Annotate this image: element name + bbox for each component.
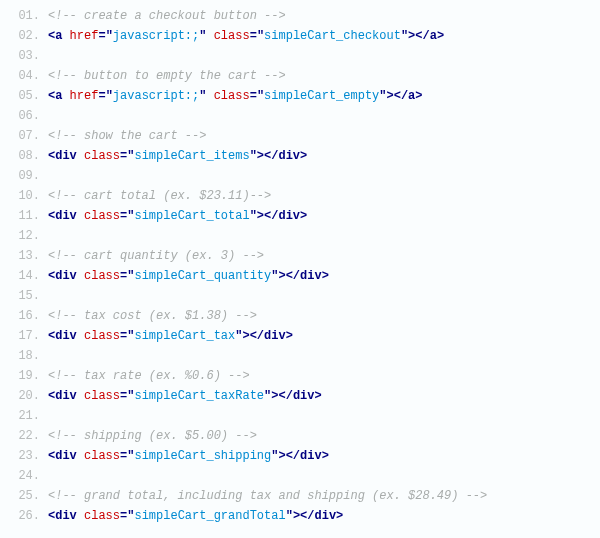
token-attr-value: simpleCart_checkout [264,29,401,43]
token-attr-value: simpleCart_tax [134,329,235,343]
token-tag: div [300,449,322,463]
token-punct: > [300,149,307,163]
token-tag: div [293,389,315,403]
line-content: <!-- shipping (ex. $5.00) --> [48,430,257,442]
comment-text: <!-- tax rate (ex. %0.6) --> [48,369,250,383]
line-number: 09. [14,170,40,182]
code-line: 20.<div class="simpleCart_taxRate"></div… [14,390,586,410]
token-tag: a [430,29,437,43]
code-line: 07.<!-- show the cart --> [14,130,586,150]
line-number: 07. [14,130,40,142]
token-tag: div [55,389,77,403]
token-attr-name: class [84,209,120,223]
token-attr-value: simpleCart_total [134,209,249,223]
line-number: 18. [14,350,40,362]
line-number: 05. [14,90,40,102]
line-number: 01. [14,10,40,22]
token-punct: " [257,89,264,103]
token-punct: > [286,329,293,343]
code-line: 16.<!-- tax cost (ex. $1.38) --> [14,310,586,330]
comment-text: <!-- shipping (ex. $5.00) --> [48,429,257,443]
line-number: 19. [14,370,40,382]
token-punct: </ [394,89,408,103]
line-number: 24. [14,470,40,482]
token-punct: > [293,509,300,523]
token-tag: div [55,329,77,343]
token-eq: = [250,89,257,103]
line-number: 06. [14,110,40,122]
line-number: 21. [14,410,40,422]
code-line: 03. [14,50,586,70]
line-number: 13. [14,250,40,262]
token-punct: </ [278,389,292,403]
comment-text: <!-- cart quantity (ex. 3) --> [48,249,264,263]
token-punct: " [286,509,293,523]
line-number: 15. [14,290,40,302]
token-tag: div [264,329,286,343]
token-attr-name: class [84,449,120,463]
token-tag: div [300,269,322,283]
token-attr-name: href [70,89,99,103]
token-punct: </ [286,449,300,463]
token-attr-value: javascript:; [113,89,199,103]
line-content: <!-- button to empty the cart --> [48,70,286,82]
token-punct: " [257,29,264,43]
code-line: 02.<a href="javascript:;" class="simpleC… [14,30,586,50]
token-attr-name: class [84,149,120,163]
code-line: 14.<div class="simpleCart_quantity"></di… [14,270,586,290]
line-number: 17. [14,330,40,342]
comment-text: <!-- show the cart --> [48,129,206,143]
token-punct: </ [264,209,278,223]
line-number: 23. [14,450,40,462]
token-attr-value: simpleCart_taxRate [134,389,264,403]
line-content: <!-- tax rate (ex. %0.6) --> [48,370,250,382]
token-attr-name: class [214,29,250,43]
token-punct: > [278,269,285,283]
line-content: <!-- tax cost (ex. $1.38) --> [48,310,257,322]
token-attr-name: class [84,389,120,403]
token-tag: div [55,449,77,463]
comment-text: <!-- grand total, including tax and ship… [48,489,487,503]
token-eq: = [98,29,105,43]
line-number: 22. [14,430,40,442]
comment-text: <!-- button to empty the cart --> [48,69,286,83]
token-punct: > [257,209,264,223]
token-punct: > [336,509,343,523]
line-content: <a href="javascript:;" class="simpleCart… [48,90,423,102]
code-line: 18. [14,350,586,370]
token-punct: > [278,449,285,463]
token-tag: div [55,269,77,283]
line-content: <a href="javascript:;" class="simpleCart… [48,30,444,42]
token-tag: div [55,509,77,523]
token-punct: " [250,149,257,163]
token-punct: " [250,209,257,223]
code-line: 11.<div class="simpleCart_total"></div> [14,210,586,230]
token-tag: div [278,209,300,223]
token-tag: div [55,149,77,163]
token-attr-name: class [84,269,120,283]
code-line: 17.<div class="simpleCart_tax"></div> [14,330,586,350]
token-punct: </ [415,29,429,43]
token-attr-value: simpleCart_grandTotal [134,509,285,523]
line-number: 14. [14,270,40,282]
line-content: <!-- grand total, including tax and ship… [48,490,487,502]
code-line: 19.<!-- tax rate (ex. %0.6) --> [14,370,586,390]
token-attr-value: javascript:; [113,29,199,43]
comment-text: <!-- tax cost (ex. $1.38) --> [48,309,257,323]
token-attr-value: simpleCart_shipping [134,449,271,463]
token-attr-name: class [84,329,120,343]
token-attr-value: simpleCart_quantity [134,269,271,283]
line-number: 04. [14,70,40,82]
token-punct: > [322,449,329,463]
token-punct: </ [264,149,278,163]
line-content: <div class="simpleCart_tax"></div> [48,330,293,342]
token-punct: > [300,209,307,223]
token-tag: div [278,149,300,163]
token-punct: > [322,269,329,283]
token-punct: " [106,29,113,43]
code-line: 15. [14,290,586,310]
token-attr-value: simpleCart_empty [264,89,379,103]
code-line: 26.<div class="simpleCart_grandTotal"></… [14,510,586,530]
code-line: 06. [14,110,586,130]
line-number: 03. [14,50,40,62]
